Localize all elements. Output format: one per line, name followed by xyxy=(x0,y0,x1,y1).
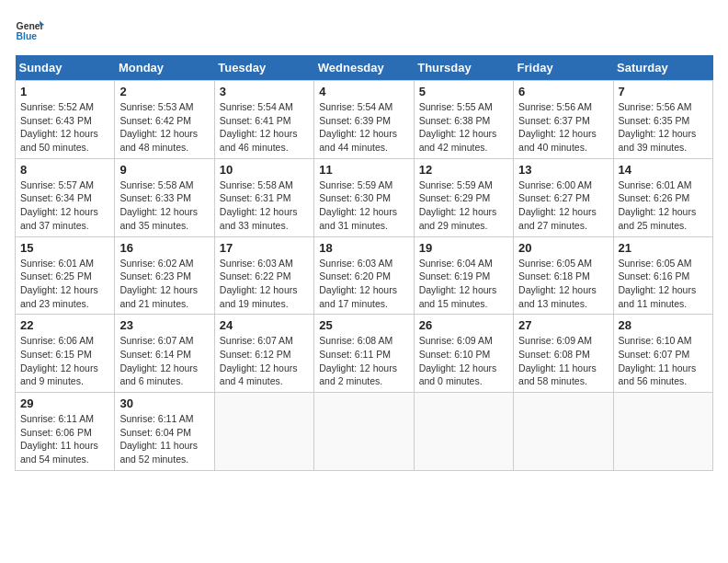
calendar-cell: 29 Sunrise: 6:11 AMSunset: 6:06 PMDaylig… xyxy=(16,393,115,471)
calendar-cell: 30 Sunrise: 6:11 AMSunset: 6:04 PMDaylig… xyxy=(115,393,214,471)
calendar-cell: 20 Sunrise: 6:05 AMSunset: 6:18 PMDaylig… xyxy=(514,236,613,315)
day-number: 20 xyxy=(518,241,608,255)
day-number: 9 xyxy=(119,163,209,177)
day-info: Sunrise: 5:59 AMSunset: 6:30 PMDaylight:… xyxy=(319,179,397,231)
days-of-week-row: SundayMondayTuesdayWednesdayThursdayFrid… xyxy=(16,55,713,81)
page-header: General Blue xyxy=(15,15,713,44)
dow-header: Sunday xyxy=(16,55,115,81)
calendar-table: SundayMondayTuesdayWednesdayThursdayFrid… xyxy=(15,55,713,471)
calendar-cell: 21 Sunrise: 6:05 AMSunset: 6:16 PMDaylig… xyxy=(613,236,712,315)
day-number: 19 xyxy=(419,241,508,255)
day-info: Sunrise: 5:56 AMSunset: 6:37 PMDaylight:… xyxy=(518,101,597,153)
day-info: Sunrise: 6:07 AMSunset: 6:14 PMDaylight:… xyxy=(119,335,198,386)
day-number: 22 xyxy=(20,318,109,332)
day-number: 7 xyxy=(619,85,708,98)
calendar-cell: 18 Sunrise: 6:03 AMSunset: 6:20 PMDaylig… xyxy=(314,236,414,315)
calendar-week-row: 1 Sunrise: 5:52 AMSunset: 6:43 PMDayligh… xyxy=(16,81,713,159)
day-number: 15 xyxy=(20,241,109,255)
dow-header: Saturday xyxy=(613,55,712,81)
day-number: 3 xyxy=(220,85,309,98)
calendar-cell: 3 Sunrise: 5:54 AMSunset: 6:41 PMDayligh… xyxy=(214,81,313,159)
calendar-body: 1 Sunrise: 5:52 AMSunset: 6:43 PMDayligh… xyxy=(16,81,713,471)
day-info: Sunrise: 6:05 AMSunset: 6:18 PMDaylight:… xyxy=(518,258,597,309)
calendar-cell: 11 Sunrise: 5:59 AMSunset: 6:30 PMDaylig… xyxy=(314,158,414,236)
day-number: 6 xyxy=(518,85,608,98)
day-info: Sunrise: 6:11 AMSunset: 6:06 PMDaylight:… xyxy=(20,413,98,465)
day-info: Sunrise: 5:56 AMSunset: 6:35 PMDaylight:… xyxy=(619,101,697,153)
dow-header: Monday xyxy=(115,55,214,81)
day-number: 27 xyxy=(518,318,608,332)
calendar-cell: 24 Sunrise: 6:07 AMSunset: 6:12 PMDaylig… xyxy=(214,315,313,393)
day-number: 14 xyxy=(619,163,708,177)
day-info: Sunrise: 6:07 AMSunset: 6:12 PMDaylight:… xyxy=(220,335,298,386)
calendar-cell: 12 Sunrise: 5:59 AMSunset: 6:29 PMDaylig… xyxy=(414,158,513,236)
day-number: 10 xyxy=(220,163,309,177)
calendar-cell xyxy=(514,393,613,471)
day-info: Sunrise: 6:04 AMSunset: 6:19 PMDaylight:… xyxy=(419,258,497,309)
day-info: Sunrise: 6:03 AMSunset: 6:20 PMDaylight:… xyxy=(319,258,397,309)
day-number: 18 xyxy=(319,241,408,255)
calendar-cell: 22 Sunrise: 6:06 AMSunset: 6:15 PMDaylig… xyxy=(16,315,115,393)
calendar-week-row: 22 Sunrise: 6:06 AMSunset: 6:15 PMDaylig… xyxy=(16,315,713,393)
day-number: 23 xyxy=(119,318,209,332)
day-info: Sunrise: 5:54 AMSunset: 6:41 PMDaylight:… xyxy=(220,101,298,153)
day-info: Sunrise: 5:58 AMSunset: 6:31 PMDaylight:… xyxy=(220,179,298,231)
day-info: Sunrise: 5:58 AMSunset: 6:33 PMDaylight:… xyxy=(119,179,198,231)
calendar-cell xyxy=(314,393,414,471)
dow-header: Wednesday xyxy=(314,55,414,81)
day-number: 13 xyxy=(518,163,608,177)
calendar-cell: 10 Sunrise: 5:58 AMSunset: 6:31 PMDaylig… xyxy=(214,158,313,236)
day-info: Sunrise: 6:08 AMSunset: 6:11 PMDaylight:… xyxy=(319,335,397,386)
calendar-cell: 9 Sunrise: 5:58 AMSunset: 6:33 PMDayligh… xyxy=(115,158,214,236)
day-info: Sunrise: 5:55 AMSunset: 6:38 PMDaylight:… xyxy=(419,101,497,153)
calendar-week-row: 8 Sunrise: 5:57 AMSunset: 6:34 PMDayligh… xyxy=(16,158,713,236)
calendar-cell: 15 Sunrise: 6:01 AMSunset: 6:25 PMDaylig… xyxy=(16,236,115,315)
calendar-cell: 17 Sunrise: 6:03 AMSunset: 6:22 PMDaylig… xyxy=(214,236,313,315)
calendar-cell: 25 Sunrise: 6:08 AMSunset: 6:11 PMDaylig… xyxy=(314,315,414,393)
calendar-cell: 2 Sunrise: 5:53 AMSunset: 6:42 PMDayligh… xyxy=(115,81,214,159)
calendar-cell: 4 Sunrise: 5:54 AMSunset: 6:39 PMDayligh… xyxy=(314,81,414,159)
calendar-week-row: 29 Sunrise: 6:11 AMSunset: 6:06 PMDaylig… xyxy=(16,393,713,471)
day-number: 8 xyxy=(20,163,109,177)
calendar-cell: 19 Sunrise: 6:04 AMSunset: 6:19 PMDaylig… xyxy=(414,236,513,315)
day-number: 28 xyxy=(619,318,708,332)
logo: General Blue xyxy=(15,15,44,44)
day-number: 2 xyxy=(119,85,209,98)
calendar-cell: 5 Sunrise: 5:55 AMSunset: 6:38 PMDayligh… xyxy=(414,81,513,159)
day-number: 21 xyxy=(619,241,708,255)
day-info: Sunrise: 5:52 AMSunset: 6:43 PMDaylight:… xyxy=(20,101,98,153)
calendar-cell xyxy=(613,393,712,471)
day-number: 29 xyxy=(20,396,109,410)
day-number: 1 xyxy=(20,85,109,98)
day-info: Sunrise: 6:06 AMSunset: 6:15 PMDaylight:… xyxy=(20,335,98,386)
calendar-cell: 13 Sunrise: 6:00 AMSunset: 6:27 PMDaylig… xyxy=(514,158,613,236)
day-number: 17 xyxy=(220,241,309,255)
day-info: Sunrise: 6:05 AMSunset: 6:16 PMDaylight:… xyxy=(619,258,697,309)
calendar-cell: 6 Sunrise: 5:56 AMSunset: 6:37 PMDayligh… xyxy=(514,81,613,159)
day-number: 26 xyxy=(419,318,508,332)
day-info: Sunrise: 6:02 AMSunset: 6:23 PMDaylight:… xyxy=(119,258,198,309)
calendar-cell: 8 Sunrise: 5:57 AMSunset: 6:34 PMDayligh… xyxy=(16,158,115,236)
day-info: Sunrise: 5:57 AMSunset: 6:34 PMDaylight:… xyxy=(20,179,98,231)
day-number: 30 xyxy=(119,396,209,410)
day-number: 16 xyxy=(119,241,209,255)
day-info: Sunrise: 6:10 AMSunset: 6:07 PMDaylight:… xyxy=(619,335,697,386)
day-info: Sunrise: 6:01 AMSunset: 6:26 PMDaylight:… xyxy=(619,179,697,231)
day-info: Sunrise: 5:54 AMSunset: 6:39 PMDaylight:… xyxy=(319,101,397,153)
dow-header: Friday xyxy=(514,55,613,81)
day-number: 24 xyxy=(220,318,309,332)
day-info: Sunrise: 6:03 AMSunset: 6:22 PMDaylight:… xyxy=(220,258,298,309)
calendar-cell: 28 Sunrise: 6:10 AMSunset: 6:07 PMDaylig… xyxy=(613,315,712,393)
calendar-week-row: 15 Sunrise: 6:01 AMSunset: 6:25 PMDaylig… xyxy=(16,236,713,315)
day-info: Sunrise: 6:09 AMSunset: 6:08 PMDaylight:… xyxy=(518,335,597,386)
calendar-cell: 1 Sunrise: 5:52 AMSunset: 6:43 PMDayligh… xyxy=(16,81,115,159)
day-info: Sunrise: 5:59 AMSunset: 6:29 PMDaylight:… xyxy=(419,179,497,231)
day-number: 12 xyxy=(419,163,508,177)
day-info: Sunrise: 5:53 AMSunset: 6:42 PMDaylight:… xyxy=(119,101,198,153)
day-info: Sunrise: 6:01 AMSunset: 6:25 PMDaylight:… xyxy=(20,258,98,309)
calendar-cell: 26 Sunrise: 6:09 AMSunset: 6:10 PMDaylig… xyxy=(414,315,513,393)
logo-icon: General Blue xyxy=(15,15,44,44)
calendar-cell xyxy=(414,393,513,471)
calendar-cell xyxy=(214,393,313,471)
day-info: Sunrise: 6:09 AMSunset: 6:10 PMDaylight:… xyxy=(419,335,497,386)
